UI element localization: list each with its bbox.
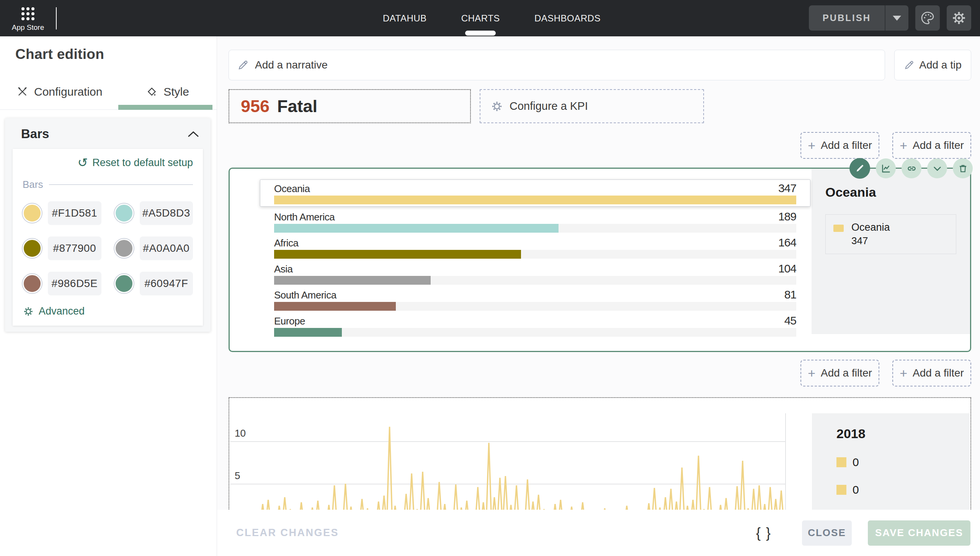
swatch-circle[interactable] [114,274,134,293]
undo-icon: ↺ [78,157,88,169]
caret-down-icon [893,16,901,21]
bar-track [274,250,796,259]
bar-track [274,196,796,204]
chevron-down-icon [932,163,942,174]
legend-item[interactable]: Oceania 347 [825,214,956,254]
gear-icon [490,100,503,113]
bar-value: 45 [784,314,796,327]
swatch-hex-value[interactable]: #A0A0A0 [140,236,193,260]
bar-row[interactable]: Africa164 [274,236,796,259]
color-swatch-grid: #F1D581#A5D8D3#877900#A0A0A0#986D5E#6094… [23,201,193,295]
swatch-hex-value[interactable]: #60947F [140,272,193,295]
app-grid-icon [21,7,34,20]
legend-swatch [833,225,844,232]
swatch-circle[interactable] [23,204,42,223]
bar-row[interactable]: Asia104 [274,262,796,285]
trash-icon [958,163,968,174]
chart-type-button[interactable] [876,158,896,178]
save-changes-button[interactable]: SAVE CHANGES [868,520,970,546]
bar-category-label: Asia [274,263,293,275]
bar-value: 81 [784,288,796,301]
color-swatch[interactable]: #A5D8D3 [114,201,193,225]
bar-row[interactable]: Europe45 [274,314,796,337]
divider [49,184,193,185]
y-axis-label: 10 [235,427,246,439]
swatch-hex-value[interactable]: #877900 [48,236,101,260]
add-filter-button[interactable]: + Add a filter [892,132,971,159]
legend-item: 0 [836,456,970,469]
swatch-hex-value[interactable]: #A5D8D3 [140,201,193,225]
narrative-input[interactable]: Add a narrative [229,50,885,80]
chevron-up-icon[interactable] [188,130,199,137]
kpi-label: Fatal [277,96,317,116]
sidebar-title: Chart edition [15,46,217,62]
legend-title: 2018 [836,426,970,441]
bar-row[interactable]: South America81 [274,288,796,311]
chart-edition-main: Add a narrative Add a tip 956 Fatal [217,36,980,556]
add-filter-button[interactable]: + Add a filter [892,360,971,386]
bar-value: 189 [778,210,796,223]
close-button[interactable]: CLOSE [802,520,852,546]
bar-fill [274,196,796,204]
advanced-button[interactable]: Advanced [23,305,193,317]
tab-configuration[interactable]: Configuration [0,74,118,109]
bar-chart-card[interactable]: Oceania347North America189Africa164Asia1… [229,168,971,352]
swatch-hex-value[interactable]: #986D5E [48,272,101,295]
line-series [260,398,784,526]
settings-button[interactable] [947,5,971,31]
nav-datahub[interactable]: DATAHUB [383,0,427,36]
add-filter-button[interactable]: + Add a filter [800,360,879,386]
bar-category-label: Europe [274,315,305,327]
color-swatch[interactable]: #F1D581 [23,201,101,225]
nav-charts[interactable]: CHARTS [461,0,500,36]
swatch-hex-value[interactable]: #F1D581 [48,201,101,225]
chart-edition-sidebar: Chart edition Configuration Style Bars [0,36,217,556]
kpi-value: 956 [241,96,270,116]
collapse-button[interactable] [927,158,947,178]
delete-chart-button[interactable] [953,158,973,178]
color-swatch[interactable]: #60947F [114,272,193,295]
bar-track [274,276,796,285]
swatch-circle[interactable] [114,204,134,223]
sidebar-tabs: Configuration Style [0,74,217,110]
legend-swatch [836,485,846,495]
color-swatch[interactable]: #A0A0A0 [114,236,193,260]
edit-chart-button[interactable] [849,158,870,179]
theme-palette-button[interactable] [915,5,940,31]
legend-item: 0 [836,483,970,496]
bar-category-label: North America [274,211,335,223]
bars-panel: Bars ↺ Reset to default setup Bars #F1D5… [5,118,211,332]
publish-split-button: PUBLISH [809,5,908,31]
add-tip-button[interactable]: Add a tip [894,50,971,80]
app-store-launcher[interactable]: App Store [0,5,56,32]
add-filter-button[interactable]: + Add a filter [800,132,879,159]
configure-kpi-button[interactable]: Configure a KPI [480,89,704,123]
style-icon [146,86,158,98]
bar-row[interactable]: North America189 [274,210,796,233]
link-button[interactable] [902,158,921,178]
chart-toolbar [849,158,973,179]
color-swatch[interactable]: #877900 [23,236,101,260]
plus-icon: + [808,138,815,153]
bar-category-label: South America [274,289,336,301]
bar-row[interactable]: Oceania347 [260,179,810,207]
kpi-tile[interactable]: 956 Fatal [229,89,471,123]
color-swatch[interactable]: #986D5E [23,272,101,295]
publish-button[interactable]: PUBLISH [809,5,885,31]
publish-dropdown-button[interactable] [885,5,908,31]
header-divider [56,7,57,29]
pencil-icon [855,163,865,173]
gear-icon [23,306,34,317]
bar-category-label: Africa [274,237,298,249]
reset-to-default-button[interactable]: ↺ Reset to default setup [23,157,193,169]
swatch-circle[interactable] [114,239,134,258]
nav-dashboards[interactable]: DASHBOARDS [534,0,601,36]
bars-panel-title: Bars [21,127,49,141]
tab-style[interactable]: Style [118,74,217,109]
main-nav: DATAHUB CHARTS DASHBOARDS [383,0,601,36]
bottom-action-bar: CLEAR CHANGES { } CLOSE SAVE CHANGES [217,510,980,556]
swatch-circle[interactable] [23,239,42,258]
clear-changes-button[interactable]: CLEAR CHANGES [236,527,339,539]
swatch-circle[interactable] [23,274,42,293]
code-view-button[interactable]: { } [756,525,771,541]
